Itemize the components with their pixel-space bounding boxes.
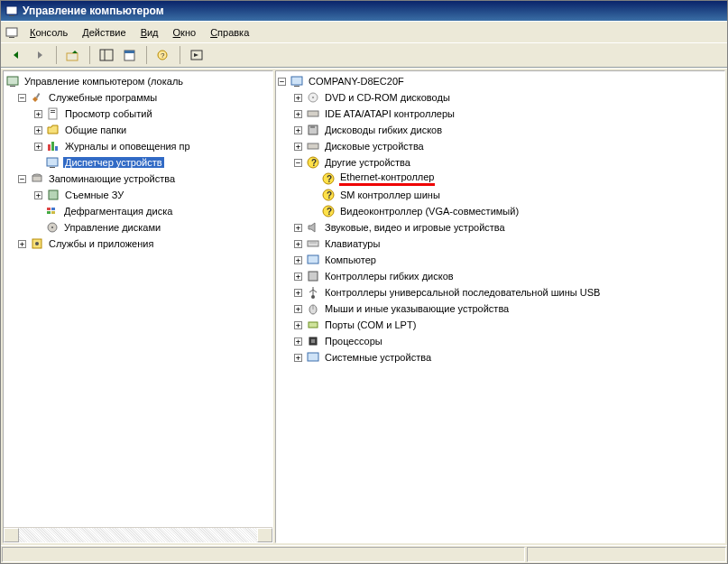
extra-button[interactable] [187,45,207,65]
expand-icon[interactable]: + [294,289,302,297]
expand-icon[interactable]: + [294,143,302,151]
device-ethernet[interactable]: ? Ethernet-контроллер [278,171,724,187]
device-ide[interactable]: + IDE ATA/ATAPI контроллеры [278,106,724,122]
titlebar[interactable]: Управление компьютером [1,1,727,21]
help-button[interactable]: ? [153,45,173,65]
tree-event-viewer[interactable]: + Просмотр событий [5,106,272,122]
back-button[interactable] [6,45,26,65]
expand-icon[interactable]: + [34,110,42,118]
expand-icon[interactable]: + [34,126,42,134]
device-other[interactable]: − ? Другие устройства [278,154,724,171]
expand-icon[interactable]: + [294,126,302,134]
forward-button[interactable] [30,45,50,65]
tree-storage[interactable]: − Запоминающие устройства [5,171,272,187]
expand-icon[interactable]: + [294,240,302,248]
expand-icon[interactable]: + [294,273,302,281]
tree-device-manager[interactable]: Диспетчер устройств [5,154,272,171]
expand-icon[interactable]: + [294,354,302,362]
disk-icon [306,139,320,153]
device-usb[interactable]: + Контроллеры универсальной последовател… [278,284,724,300]
services-icon [30,236,44,251]
expand-icon[interactable]: + [294,305,302,313]
left-scrollbar[interactable] [4,527,272,542]
svg-rect-53 [309,272,318,281]
device-floppy-ctrl[interactable]: + Контроллеры гибких дисков [278,268,724,284]
up-button[interactable] [63,45,83,65]
tree-label: Службы и приложения [48,238,154,249]
tree-disk-mgmt[interactable]: Управление дисками [5,219,272,236]
collapse-icon[interactable]: − [18,175,26,183]
svg-text:?: ? [311,158,317,168]
tree-defrag[interactable]: Дефрагментация диска [5,203,272,219]
expand-icon[interactable]: + [34,143,42,151]
tree-root[interactable]: Управление компьютером (локаль [5,73,272,89]
properties-button[interactable] [120,45,140,65]
tree-label: Диспетчер устройств [63,157,164,168]
device-computer[interactable]: + Компьютер [278,252,724,268]
svg-point-54 [311,295,315,299]
expand-icon[interactable]: + [18,240,26,248]
menu-view[interactable]: Вид [134,25,166,40]
svg-rect-17 [51,112,55,113]
tree-shared-folders[interactable]: + Общие папки [5,122,272,138]
expand-icon[interactable]: + [34,191,42,199]
menu-action[interactable]: Действие [75,25,133,40]
expand-icon[interactable]: + [294,110,302,118]
menu-help[interactable]: Справка [203,25,256,40]
tree-services[interactable]: + Службы и приложения [5,236,272,252]
svg-rect-57 [309,322,318,328]
expand-icon[interactable]: + [294,337,302,346]
device-system[interactable]: + Системные устройства [278,349,724,365]
svg-rect-24 [32,176,41,181]
device-cpu[interactable]: + Процессоры [278,333,724,349]
device-tree[interactable]: − COMPANY-D8EC20F + DVD и CD-ROM дисково… [276,71,724,367]
svg-text:?: ? [327,190,332,200]
scroll-track[interactable] [19,528,257,542]
collapse-icon[interactable]: − [18,94,26,102]
tree-label: Видеоконтроллер (VGA-совместимый) [339,206,520,217]
device-sound[interactable]: + Звуковые, видео и игровые устройства [278,219,724,236]
collapse-icon[interactable]: − [278,78,286,86]
expand-icon[interactable]: + [294,256,302,264]
toolbar-separator [56,46,57,64]
tree-label: Клавиатуры [324,238,381,249]
device-mice[interactable]: + Мыши и иные указывающие устройства [278,300,724,317]
device-floppy-drives[interactable]: + Дисководы гибких дисков [278,122,724,138]
tree-label: Общие папки [64,125,127,135]
expand-icon[interactable]: + [294,321,302,329]
status-cell [2,547,525,562]
device-video[interactable]: ? Видеоконтроллер (VGA-совместимый) [278,203,724,219]
device-dvd[interactable]: + DVD и CD-ROM дисководы [278,89,724,106]
collapse-icon[interactable]: − [294,159,302,167]
ide-icon [306,106,320,121]
device-root[interactable]: − COMPANY-D8EC20F [278,73,724,89]
svg-rect-52 [308,255,318,264]
device-disk-drives[interactable]: + Дисковые устройства [278,138,724,154]
content-area: Управление компьютером (локаль − Служебн… [1,68,727,545]
svg-rect-0 [6,6,17,14]
console-tree[interactable]: Управление компьютером (локаль − Служебн… [4,71,272,254]
tree-perf-logs[interactable]: + Журналы и оповещения пр [5,138,272,154]
expand-icon[interactable]: + [294,224,302,232]
toolbar-separator [180,46,180,64]
tree-system-tools[interactable]: − Служебные программы [5,89,272,106]
warning-icon: ? [306,155,320,170]
scroll-right-button[interactable] [257,528,272,542]
scroll-left-button[interactable] [4,528,19,542]
device-ports[interactable]: + Порты (COM и LPT) [278,317,724,333]
show-hide-tree-button[interactable] [97,45,116,65]
device-keyboards[interactable]: + Клавиатуры [278,236,724,252]
computer-icon [306,253,320,267]
menu-console[interactable]: Консоль [23,25,75,40]
tree-label: Системные устройства [324,352,432,363]
tree-removable[interactable]: + Съемные ЗУ [5,187,272,203]
expand-icon[interactable]: + [294,94,302,102]
menu-window[interactable]: Окно [166,25,204,40]
tools-icon [30,90,44,105]
svg-rect-2 [6,28,17,36]
left-pane: Управление компьютером (локаль − Служебн… [3,70,273,543]
warning-icon: ? [321,204,336,218]
device-sm-bus[interactable]: ? SM контроллер шины [278,187,724,203]
removable-icon [46,188,60,202]
tree-label: Запоминающие устройства [48,173,176,184]
